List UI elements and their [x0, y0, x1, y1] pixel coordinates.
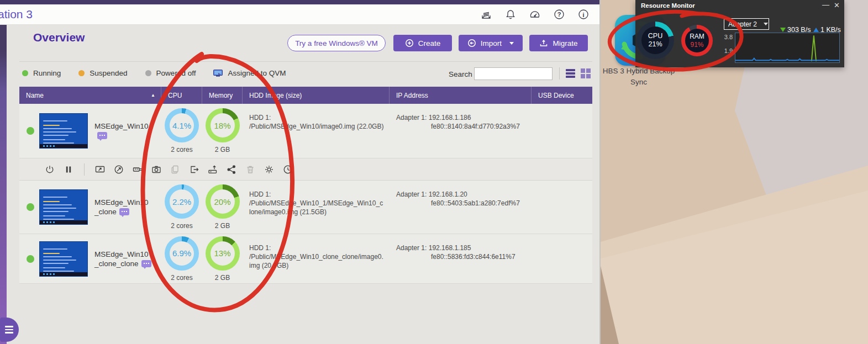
widget-cpu-value: 21%: [648, 40, 662, 49]
hbs3-icon-label[interactable]: HBS 3 Hybrid Backup Sync: [597, 66, 681, 88]
adapter-caret-icon: [764, 23, 768, 25]
column-header-name[interactable]: Name ▲: [19, 87, 161, 104]
vm-hdd-cell: HDD 1:/Public/MSEdge_Win10_1/MSEdge_Win1…: [243, 181, 390, 234]
resource-monitor-icon[interactable]: [529, 8, 541, 20]
vm-note-icon[interactable]: [119, 208, 129, 215]
settings-icon[interactable]: [264, 164, 275, 175]
powered-off-dot-icon: [145, 70, 151, 76]
screen: H HBS 3 Hybrid Backup Sync ation 3 ?i Ov…: [0, 0, 868, 344]
graph-scale-mid: 1.9: [718, 47, 733, 54]
vm-table-row[interactable]: MSEdge_Win10_clone_clone 6.9% 2 cores 13…: [19, 234, 592, 284]
vm-memory-cell: 13% 2 GB: [202, 234, 243, 283]
column-header-memory[interactable]: Memory: [202, 87, 243, 104]
import-icon: [467, 39, 476, 47]
grid-view-icon[interactable]: [581, 68, 591, 78]
notification-bell-icon[interactable]: [504, 8, 517, 20]
vm-status-dot: [27, 255, 34, 263]
vm-name-cell: MSEdge_Win10_clone_clone: [19, 234, 161, 283]
vm-usb-cell: [532, 181, 592, 234]
create-button[interactable]: Create: [393, 35, 452, 51]
legend-qvm-label: Assigned to QVM: [228, 69, 286, 77]
vm-thumbnail[interactable]: [39, 189, 88, 225]
sort-asc-icon: ▲: [151, 93, 155, 98]
vm-thumbnail[interactable]: [39, 113, 88, 149]
migrate-label: Migrate: [553, 39, 577, 47]
snapshot-icon[interactable]: [151, 164, 162, 175]
console-icon[interactable]: [94, 164, 106, 175]
download-arrow-icon: [780, 28, 786, 32]
sidebar-strip[interactable]: [0, 25, 7, 344]
export-icon[interactable]: [188, 164, 199, 175]
widget-cpu-label: CPU: [648, 32, 662, 40]
memory-size-label: 2 GB: [215, 222, 230, 230]
graph-scale-top: 3.8: [718, 34, 733, 40]
list-view-icon[interactable]: [566, 69, 575, 78]
usb-icon[interactable]: [132, 164, 143, 175]
import-label: Import: [481, 39, 502, 47]
try-free-label: Try a free Windows® VM: [295, 39, 378, 47]
delete-icon: [245, 164, 256, 175]
legend-suspended-label: Suspended: [90, 69, 127, 77]
vm-thumbnail[interactable]: [39, 241, 88, 277]
view-switcher: [566, 68, 591, 78]
sidebar-toggle[interactable]: [0, 317, 19, 342]
column-header-cpu[interactable]: CPU: [161, 87, 202, 104]
header-divider: [19, 61, 592, 62]
vm-name: MSEdge_Win10_clone: [94, 198, 152, 216]
migrate-button[interactable]: Migrate: [529, 35, 588, 51]
memory-gauge: 20%: [206, 184, 240, 219]
try-free-windows-vm-button[interactable]: Try a free Windows® VM: [287, 35, 386, 51]
export-device-icon[interactable]: [207, 164, 218, 175]
vm-table-body: MSEdge_Win10 4.1% 2 cores 18% 2 GB HDD 1…: [19, 104, 592, 284]
vm-table-header: Name ▲ CPU Memory HDD Image (size) IP Ad…: [19, 87, 592, 104]
power-icon[interactable]: [44, 164, 55, 175]
cpu-cores-label: 2 cores: [171, 222, 192, 230]
svg-text:i: i: [582, 12, 584, 18]
vm-table-row[interactable]: MSEdge_Win10 4.1% 2 cores 18% 2 GB HDD 1…: [19, 104, 592, 158]
page-title: Overview: [33, 31, 85, 44]
adapter-selected-value: Adapter 2: [728, 20, 757, 28]
column-header-usb[interactable]: USB Device: [532, 87, 592, 104]
vm-cpu-cell: 4.1% 2 cores: [161, 104, 202, 158]
memory-size-label: 2 GB: [215, 274, 230, 282]
vm-cpu-cell: 6.9% 2 cores: [161, 234, 202, 283]
titlebar-icons: ?i: [480, 8, 590, 20]
vm-ip-cell: Adapter 1: 192.168.1.186fe80::8140:8a4f:…: [390, 104, 532, 158]
remote-view-icon[interactable]: [113, 164, 124, 175]
cpu-gauge: 4.1%: [165, 108, 199, 142]
import-button[interactable]: Import: [459, 35, 523, 51]
hbs3-label-line1: HBS 3 Hybrid Backup: [597, 66, 681, 77]
close-icon[interactable]: ✕: [834, 1, 840, 9]
view-divider: [559, 67, 560, 80]
logs-icon[interactable]: [480, 8, 492, 20]
vm-note-icon[interactable]: [97, 132, 107, 139]
minimize-icon[interactable]: —: [822, 1, 829, 9]
share-icon[interactable]: [226, 164, 237, 175]
info-icon[interactable]: i: [577, 8, 590, 20]
import-dropdown-caret[interactable]: [509, 42, 514, 45]
vm-name-cell: MSEdge_Win10_clone: [19, 181, 161, 234]
memory-gauge: 13%: [206, 236, 240, 271]
vm-name: MSEdge_Win10_clone_clone: [94, 250, 152, 268]
column-header-hdd[interactable]: HDD Image (size): [243, 87, 390, 104]
column-header-ip[interactable]: IP Address: [390, 87, 532, 104]
legend-powered-off: Powered off: [145, 69, 196, 77]
suspended-dot-icon: [78, 70, 85, 76]
legend-assigned-qvm: Assigned to QVM: [213, 69, 286, 77]
widget-ram-value: 91%: [690, 41, 703, 49]
search-input[interactable]: [474, 67, 553, 80]
virtualization-station-window: ation 3 ?i Overview Try a free Windows® …: [0, 0, 601, 344]
vm-table-row[interactable]: MSEdge_Win10_clone 2.2% 2 cores 20% 2 GB…: [19, 181, 592, 234]
qvm-monitor-icon: [213, 70, 223, 77]
name-header-label: Name: [26, 92, 44, 99]
vm-note-icon[interactable]: [141, 260, 151, 267]
cpu-cores-label: 2 cores: [171, 274, 192, 282]
help-icon[interactable]: ?: [553, 8, 565, 20]
adapter-select[interactable]: Adapter 2: [724, 18, 769, 30]
schedule-icon[interactable]: [282, 164, 293, 175]
vm-cpu-cell: 2.2% 2 cores: [161, 181, 202, 234]
pause-icon[interactable]: [63, 164, 74, 175]
vm-hdd-cell: HDD 1:/Public/MSEdge_Win10_clone_clone/i…: [243, 234, 390, 283]
migrate-icon: [539, 39, 548, 47]
vm-memory-cell: 18% 2 GB: [202, 104, 243, 158]
